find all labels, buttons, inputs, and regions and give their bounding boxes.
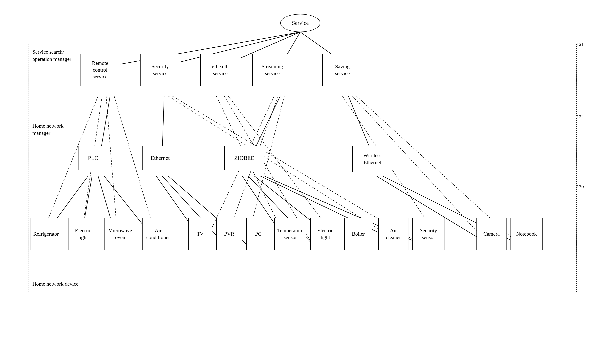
diagram-container: 121 122 130 Service search/operation man… <box>12 8 589 356</box>
node-ehealth: e-health service <box>200 54 240 86</box>
node-service: Service <box>280 14 320 32</box>
node-microwave-oven: Microwave oven <box>104 218 136 250</box>
ref-121: 121 <box>577 42 584 47</box>
node-security-service: Security service <box>140 54 180 86</box>
ref-122: 122 <box>577 114 584 119</box>
region-122-label: Home networkmanager <box>32 122 64 137</box>
node-boiler: Boiler <box>344 218 372 250</box>
node-electric-light-1: Electric light <box>68 218 98 250</box>
node-remote-control: Remote control service <box>80 54 120 86</box>
node-ethernet: Ethernet <box>142 146 178 170</box>
node-air-cleaner: Air cleaner <box>378 218 408 250</box>
node-camera: Camera <box>477 218 506 250</box>
node-saving: Saving service <box>322 54 362 86</box>
ref-130: 130 <box>577 184 584 189</box>
region-130-label: Home network device <box>32 280 78 288</box>
node-wireless-ethernet: Wireless Ethernet <box>352 146 392 172</box>
node-air-conditioner: Air conditioner <box>142 218 174 250</box>
node-temperature-sensor: Temperature sensor <box>274 218 306 250</box>
node-security-sensor: Security sensor <box>412 218 444 250</box>
node-plc: PLC <box>78 146 108 170</box>
node-ziobee: ZIOBEE <box>224 146 264 170</box>
node-refrigerator: Refrigerator <box>30 218 62 250</box>
node-notebook: Notebook <box>510 218 543 250</box>
region-121-label: Service search/operation manager <box>32 48 71 63</box>
node-tv: TV <box>188 218 212 250</box>
node-pc: PC <box>246 218 270 250</box>
region-122: Home networkmanager <box>28 118 577 192</box>
node-streaming: Streaming service <box>252 54 292 86</box>
node-electric-light-2: Electric light <box>310 218 340 250</box>
node-pvr: PVR <box>216 218 242 250</box>
